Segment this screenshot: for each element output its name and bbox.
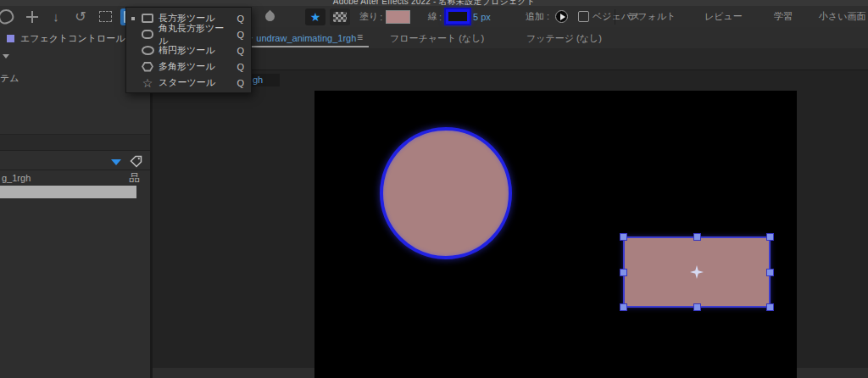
selection-handle[interactable]	[693, 303, 701, 311]
play-icon	[560, 14, 565, 20]
shortcut-label: Q	[236, 30, 244, 40]
rotate-tool-icon[interactable]: ↺	[71, 8, 90, 25]
current-tool-marker-icon	[131, 17, 135, 20]
ellipse-icon	[141, 46, 154, 55]
window-title-bar: Adobe After Effects 2022 - 名称未設定プロジェクト	[0, 0, 868, 6]
selection-handle[interactable]	[766, 233, 774, 241]
tab-footage[interactable]: フッテージ (なし)	[526, 32, 602, 45]
menu-item-star-tool[interactable]: ☆ スターツール Q	[126, 75, 251, 91]
stroke-label[interactable]: 線:	[428, 8, 442, 25]
viewer-tab-bar: ン undraw_animating_1rgh ≡ フローチャート (なし) フ…	[153, 27, 868, 49]
selection-handle[interactable]	[693, 233, 701, 241]
menu-item-polygon-tool[interactable]: 多角形ツール Q	[126, 58, 251, 75]
selected-row-bar[interactable]	[0, 186, 136, 198]
mask-checker-icon	[333, 12, 347, 22]
move-tool-icon[interactable]	[24, 8, 41, 25]
workspace-default[interactable]: デフォルト	[628, 8, 676, 25]
bezier-path-checkbox[interactable]	[578, 8, 589, 25]
toolbar-separator	[615, 8, 615, 25]
selection-handle[interactable]	[766, 269, 774, 276]
panel-tab-icon	[7, 35, 14, 42]
tab-composition[interactable]: ン undraw_animating_1rgh	[244, 32, 356, 45]
tab-flowchart[interactable]: フローチャート (なし)	[390, 32, 484, 45]
app-title: Adobe After Effects 2022 - 名称未設定プロジェクト	[0, 0, 868, 6]
composition-name-partial[interactable]: g_1rgh	[2, 173, 31, 183]
menu-item-ellipse-tool[interactable]: 楕円形ツール Q	[126, 42, 251, 58]
composition-name-overlay: gh	[251, 74, 280, 86]
active-tab-underline	[242, 46, 369, 47]
after-effects-window: Adobe After Effects 2022 - 名称未設定プロジェクト ↓…	[0, 0, 868, 378]
selection-handle[interactable]	[766, 303, 774, 311]
menu-item-rounded-rectangle-tool[interactable]: 角丸長方形ツール Q	[126, 26, 251, 42]
pan-behind-tool-icon[interactable]	[97, 8, 114, 25]
tool-creates-mask-button[interactable]	[330, 8, 350, 25]
twirl-down-icon[interactable]	[3, 54, 9, 58]
star-outline-icon: ☆	[141, 76, 154, 90]
workspace-learn[interactable]: 学習	[774, 8, 793, 25]
add-button[interactable]	[555, 8, 568, 25]
shortcut-label: Q	[236, 62, 244, 72]
panel-inset-bar	[0, 134, 150, 151]
polygon-icon	[141, 62, 154, 72]
shortcut-label: Q	[236, 78, 244, 88]
selection-handle[interactable]	[620, 303, 627, 311]
fill-label[interactable]: 塗り:	[359, 8, 382, 25]
workspace-small-screen[interactable]: 小さい画面	[819, 8, 866, 25]
partial-item-label: テム	[0, 72, 19, 85]
tool-creates-shape-button[interactable]: ★	[305, 8, 326, 25]
anchor-point-icon[interactable]	[690, 265, 704, 279]
shortcut-label: Q	[236, 14, 244, 24]
hand-tool-icon[interactable]	[0, 8, 15, 25]
viewer-content: gh 100 % ⌄	[153, 48, 868, 368]
selection-handle[interactable]	[620, 233, 627, 241]
add-label: 追加 :	[526, 8, 549, 25]
row-divider	[0, 170, 150, 170]
rectangle-shape[interactable]	[623, 236, 771, 308]
stroke-color-swatch[interactable]	[446, 8, 470, 25]
viewer-top-strip	[153, 48, 868, 70]
dropdown-arrow-icon[interactable]	[111, 159, 121, 165]
workspace-review[interactable]: レビュー	[704, 8, 743, 25]
selection-handle[interactable]	[620, 269, 627, 276]
pan-down-tool-icon[interactable]: ↓	[47, 8, 64, 25]
shape-tools-menu: 長方形ツール Q 角丸長方形ツール Q 楕円形ツール Q 多角形ツール Q ☆ …	[125, 7, 252, 93]
flowchart-hierarchy-icon[interactable]: 品	[129, 170, 140, 186]
star-icon: ★	[310, 10, 321, 24]
rounded-rectangle-icon	[141, 30, 154, 39]
panel-menu-icon[interactable]: ≡	[357, 31, 363, 43]
stroke-width-value[interactable]: 5 px	[473, 8, 491, 25]
fill-color-swatch[interactable]	[386, 8, 410, 25]
tag-icon[interactable]	[130, 155, 142, 170]
shortcut-label: Q	[236, 46, 244, 56]
pen-tool-icon[interactable]	[261, 8, 278, 25]
ellipse-shape[interactable]	[380, 127, 512, 259]
composition-canvas[interactable]	[314, 91, 797, 378]
composition-panel: ン undraw_animating_1rgh ≡ フローチャート (なし) フ…	[153, 27, 868, 378]
rectangle-icon	[141, 14, 154, 23]
